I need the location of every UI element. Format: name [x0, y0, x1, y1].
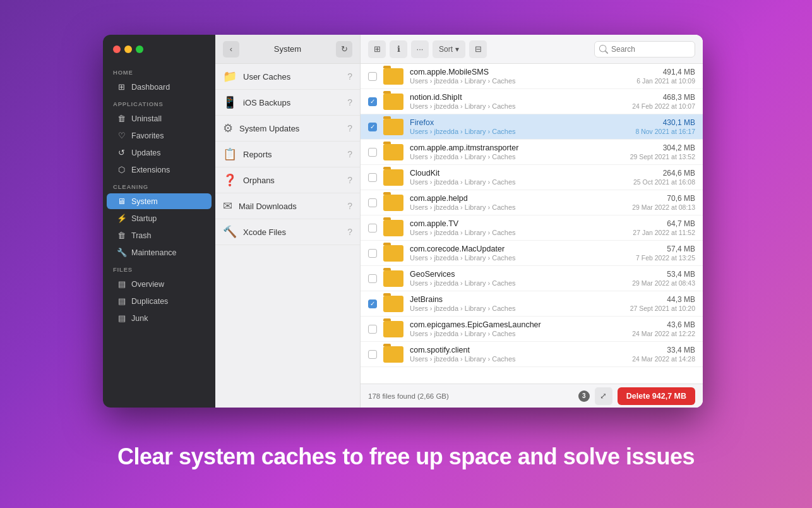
table-row[interactable]: com.epicgames.EpicGamesLauncher Users › …	[361, 317, 703, 342]
info-button[interactable]: ℹ	[390, 40, 407, 58]
sidebar-item-uninstall[interactable]: 🗑 Uninstall	[107, 111, 212, 126]
list-item-orphans[interactable]: ❓ Orphans ?	[215, 167, 360, 193]
list-item-mail-downloads[interactable]: ✉ Mail Downloads ?	[215, 193, 360, 219]
list-item-user-caches[interactable]: 📁 User Caches ?	[215, 64, 360, 90]
help-icon[interactable]: ?	[347, 149, 352, 159]
file-name: com.apple.amp.itmstransporter	[410, 143, 624, 152]
files-count: 178 files found (2,66 GB)	[368, 392, 449, 400]
file-path: Users › jbzedda › Library › Caches	[410, 330, 626, 337]
help-icon[interactable]: ?	[347, 123, 352, 133]
sidebar-item-updates[interactable]: ↺ Updates	[107, 145, 212, 160]
system-updates-label: System Updates	[239, 124, 341, 133]
file-meta: 44,3 MB 27 Sept 2021 at 10:20	[630, 295, 695, 312]
file-checkbox[interactable]	[368, 72, 377, 81]
sidebar-section-cleaning: CLEANING	[103, 178, 215, 193]
user-caches-icon: 📁	[223, 70, 237, 83]
sidebar-section-files: FILES	[103, 261, 215, 275]
file-date: 27 Jan 2022 at 11:52	[633, 229, 695, 236]
file-checkbox[interactable]	[368, 274, 377, 283]
xcode-files-label: Xcode Files	[243, 227, 341, 237]
help-icon[interactable]: ?	[347, 227, 352, 237]
table-row[interactable]: com.apple.helpd Users › jbzedda › Librar…	[361, 190, 703, 215]
sidebar-item-overview[interactable]: ▤ Overview	[107, 276, 212, 292]
sidebar-item-favorites[interactable]: ♡ Favorites	[107, 128, 212, 143]
file-info: notion.id.ShipIt Users › jbzedda › Libra…	[410, 93, 626, 110]
sidebar-item-system[interactable]: 🖥 System	[107, 193, 212, 209]
file-checkbox[interactable]: ✓	[368, 123, 377, 131]
bottom-tagline: Clear system caches to free up space and…	[0, 444, 812, 470]
file-size: 64,7 MB	[633, 219, 695, 228]
file-meta: 64,7 MB 27 Jan 2022 at 11:52	[633, 219, 695, 236]
back-button[interactable]: ‹	[223, 41, 239, 57]
file-info: CloudKit Users › jbzedda › Library › Cac…	[410, 169, 627, 186]
content-footer: 178 files found (2,66 GB) 3 ⤢ Delete 942…	[361, 384, 703, 408]
table-row[interactable]: ✓ notion.id.ShipIt Users › jbzedda › Lib…	[361, 89, 703, 114]
file-checkbox[interactable]	[368, 173, 377, 182]
sidebar-section-home: HOME	[103, 64, 215, 78]
ios-backups-label: iOS Backups	[243, 98, 341, 107]
refresh-button[interactable]: ↻	[336, 41, 352, 57]
file-checkbox[interactable]	[368, 148, 377, 157]
file-checkbox[interactable]	[368, 198, 377, 207]
file-info: com.spotify.client Users › jbzedda › Lib…	[410, 346, 626, 363]
file-path: Users › jbzedda › Library › Caches	[410, 203, 626, 211]
expand-button[interactable]: ⤢	[595, 387, 612, 405]
file-name: com.apple.MobileSMS	[410, 68, 630, 76]
help-icon[interactable]: ?	[347, 175, 352, 185]
delete-button[interactable]: Delete 942,7 MB	[618, 387, 695, 405]
file-meta: 57,4 MB 7 Feb 2022 at 13:25	[636, 245, 695, 262]
folder-icon	[383, 144, 403, 160]
file-size: 33,4 MB	[632, 346, 695, 354]
sidebar-item-duplicates[interactable]: ▤ Duplicates	[107, 293, 212, 309]
file-checkbox[interactable]: ✓	[368, 97, 377, 106]
heart-icon: ♡	[117, 131, 126, 140]
table-row[interactable]: com.apple.amp.itmstransporter Users › jb…	[361, 140, 703, 165]
file-checkbox[interactable]	[368, 350, 377, 359]
folder-icon	[383, 270, 403, 287]
sidebar-item-trash[interactable]: 🗑 Trash	[107, 227, 212, 243]
file-size: 491,4 MB	[636, 68, 695, 76]
help-icon[interactable]: ?	[347, 201, 352, 211]
minimize-button[interactable]	[124, 45, 132, 53]
content-panel: ⊞ ℹ ··· Sort ▾ ⊟	[361, 35, 703, 408]
file-checkbox[interactable]	[368, 325, 377, 334]
close-button[interactable]	[113, 45, 121, 53]
sidebar-item-maintenance[interactable]: 🔧 Maintenance	[107, 245, 212, 260]
file-meta: 43,6 MB 24 Mar 2022 at 12:22	[632, 320, 695, 337]
folder-icon	[383, 119, 403, 135]
table-row[interactable]: com.apple.TV Users › jbzedda › Library ›…	[361, 215, 703, 241]
table-row[interactable]: CloudKit Users › jbzedda › Library › Cac…	[361, 165, 703, 190]
grid-view-button[interactable]: ⊞	[368, 40, 386, 58]
sidebar-section-applications: APPLICATIONS	[103, 95, 215, 110]
maximize-button[interactable]	[136, 45, 143, 53]
table-row[interactable]: com.spotify.client Users › jbzedda › Lib…	[361, 342, 703, 367]
columns-button[interactable]: ⊟	[469, 40, 487, 58]
help-icon[interactable]: ?	[347, 71, 352, 82]
sidebar-item-dashboard[interactable]: ⊞ Dashboard	[107, 79, 212, 95]
file-checkbox[interactable]: ✓	[368, 299, 377, 308]
sidebar-item-junk[interactable]: ▤ Junk	[107, 310, 212, 326]
more-button[interactable]: ···	[411, 40, 429, 58]
file-name: notion.id.ShipIt	[410, 93, 626, 102]
list-item-reports[interactable]: 📋 Reports ?	[215, 142, 360, 167]
file-checkbox[interactable]	[368, 249, 377, 258]
file-checkbox[interactable]	[368, 224, 377, 233]
list-item-ios-backups[interactable]: 📱 iOS Backups ?	[215, 90, 360, 116]
table-row[interactable]: com.apple.MobileSMS Users › jbzedda › Li…	[361, 64, 703, 89]
sort-button[interactable]: Sort ▾	[433, 40, 465, 58]
table-row[interactable]: ✓ Firefox Users › jbzedda › Library › Ca…	[361, 114, 703, 140]
help-icon[interactable]: ?	[347, 97, 352, 107]
table-row[interactable]: GeoServices Users › jbzedda › Library › …	[361, 266, 703, 291]
file-size: 430,1 MB	[635, 118, 695, 127]
search-input[interactable]	[594, 41, 695, 57]
file-meta: 53,4 MB 29 Mar 2022 at 08:43	[632, 270, 695, 287]
table-row[interactable]: com.corecode.MacUpdater Users › jbzedda …	[361, 241, 703, 266]
list-item-system-updates[interactable]: ⚙ System Updates ?	[215, 116, 360, 142]
list-item-xcode-files[interactable]: 🔨 Xcode Files ?	[215, 219, 360, 245]
table-row[interactable]: ✓ JetBrains Users › jbzedda › Library › …	[361, 291, 703, 317]
grid-icon: ⊞	[117, 82, 126, 92]
sidebar-item-startup[interactable]: ⚡ Startup	[107, 210, 212, 226]
file-path: Users › jbzedda › Library › Caches	[410, 229, 626, 236]
sidebar-item-extensions[interactable]: ⬡ Extensions	[107, 162, 212, 178]
xcode-files-icon: 🔨	[223, 225, 237, 239]
